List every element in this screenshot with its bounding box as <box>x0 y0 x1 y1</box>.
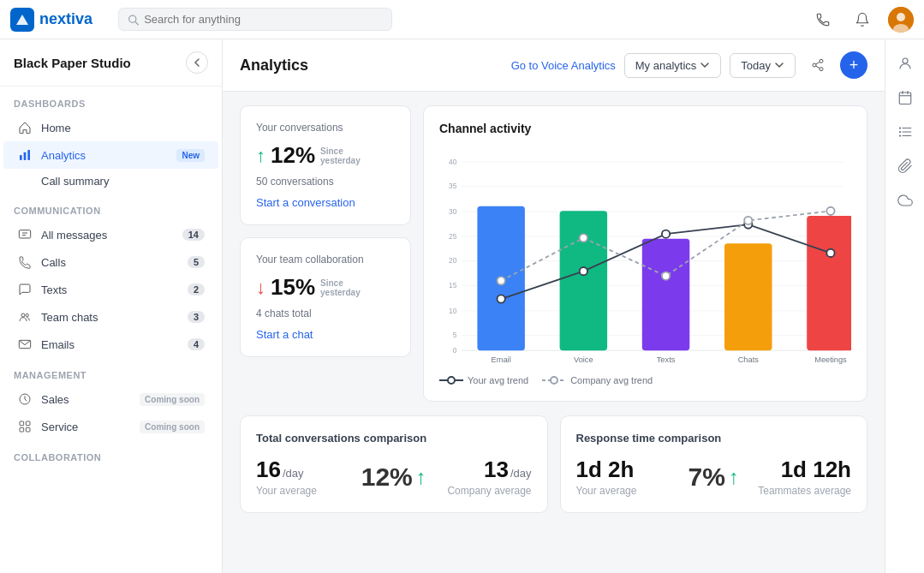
svg-text:40: 40 <box>449 158 457 166</box>
analytics-new-tag: New <box>176 149 205 162</box>
response-time-title: Response time comparison <box>576 432 852 445</box>
sidebar-item-emails[interactable]: Emails 4 <box>3 331 218 358</box>
sidebar-item-analytics-label: Analytics <box>41 149 164 162</box>
calendar-icon <box>897 90 913 105</box>
response-teammates-col: 1d 12h Teammates average <box>748 457 851 497</box>
your-trend-label: Your avg trend <box>468 375 528 385</box>
collaboration-arrow-down: ↓ <box>256 277 265 299</box>
svg-point-65 <box>551 377 557 384</box>
sidebar-item-analytics[interactable]: Analytics New <box>3 141 218 169</box>
service-icon <box>17 419 33 434</box>
phone-button[interactable] <box>809 6 837 33</box>
svg-point-75 <box>898 131 900 133</box>
svg-point-63 <box>448 377 455 384</box>
top-nav-right <box>809 6 914 33</box>
conversations-count: 50 conversations <box>256 176 395 188</box>
user-circle-icon <box>897 56 913 71</box>
sidebar-item-texts[interactable]: Texts 2 <box>3 276 218 303</box>
total-pct-arrow-up: ↑ <box>416 465 426 489</box>
share-button[interactable] <box>804 51 832 79</box>
add-button[interactable]: + <box>840 51 867 79</box>
rail-calendar-icon[interactable] <box>890 82 921 113</box>
svg-text:0: 0 <box>453 346 457 355</box>
collaboration-section-label: Collaboration <box>0 440 222 468</box>
chevron-left-icon <box>192 57 202 68</box>
sidebar-item-calls[interactable]: Calls 5 <box>3 248 218 276</box>
svg-text:Meetings: Meetings <box>814 355 847 364</box>
your-avg-value: 16 <box>256 457 281 483</box>
emails-badge: 4 <box>188 338 205 350</box>
dashboards-section: Dashboards Home Analytics New Call summa… <box>0 87 222 194</box>
svg-point-51 <box>826 249 834 257</box>
sidebar-item-home[interactable]: Home <box>3 114 218 141</box>
svg-text:Texts: Texts <box>657 355 676 364</box>
sidebar-item-call-summary[interactable]: Call summary <box>3 169 218 194</box>
svg-text:10: 10 <box>449 307 457 315</box>
rail-paperclip-icon[interactable] <box>890 151 921 182</box>
sidebar-item-call-summary-label: Call summary <box>41 175 205 188</box>
communication-section: Communication All messages 14 Calls 5 <box>0 194 222 358</box>
avatar[interactable] <box>888 7 914 33</box>
company-trend-label: Company avg trend <box>570 375 653 385</box>
svg-point-47 <box>498 295 505 302</box>
your-trend-legend-icon <box>439 375 463 385</box>
sidebar-item-service-label: Service <box>41 421 126 433</box>
sidebar-toggle-button[interactable] <box>186 51 208 74</box>
svg-text:5: 5 <box>453 331 457 339</box>
response-teammates-label: Teammates average <box>748 485 851 497</box>
rail-list-icon[interactable] <box>890 116 921 147</box>
texts-badge: 2 <box>188 284 205 295</box>
main-header: Analytics Go to Voice Analytics My analy… <box>223 39 885 92</box>
collaboration-count: 4 chats total <box>256 307 395 319</box>
app-body: Black Paper Studio Dashboards Home Analy… <box>0 39 924 573</box>
cloud-icon <box>897 193 913 208</box>
your-avg-col: 16 /day Your average <box>256 457 353 497</box>
svg-text:Email: Email <box>492 355 511 364</box>
chevron-down-icon <box>700 60 710 70</box>
start-chat-link[interactable]: Start a chat <box>256 328 313 341</box>
sidebar-item-service[interactable]: Service Coming soon <box>3 413 218 440</box>
rail-user-icon[interactable] <box>890 48 921 79</box>
search-bar[interactable] <box>118 8 392 31</box>
start-conversation-link[interactable]: Start a conversation <box>256 196 355 209</box>
response-pct-col: 7% ↑ <box>689 463 739 492</box>
my-analytics-button[interactable]: My analytics <box>624 53 722 78</box>
company-avg-value: 13 <box>484 457 509 483</box>
legend-your-trend: Your avg trend <box>439 375 528 385</box>
team-chats-icon <box>17 309 33 325</box>
sales-icon <box>17 391 33 407</box>
company-avg-value-row: 13 /day <box>435 457 532 483</box>
svg-point-12 <box>26 313 28 316</box>
svg-line-22 <box>816 66 820 69</box>
voice-analytics-button[interactable]: Go to Voice Analytics <box>511 59 616 72</box>
today-button[interactable]: Today <box>730 53 796 78</box>
svg-rect-8 <box>24 152 27 160</box>
bottom-cards-row: Total conversations comparison 16 /day Y… <box>223 415 885 527</box>
rail-cloud-icon[interactable] <box>890 185 921 216</box>
sidebar-item-all-messages[interactable]: All messages 14 <box>3 221 218 248</box>
svg-line-3 <box>135 21 138 24</box>
page-title: Analytics <box>240 57 503 75</box>
sidebar-item-team-chats[interactable]: Team chats 3 <box>3 303 218 331</box>
collaboration-card-title: Your team collaboration <box>256 254 395 266</box>
total-conversations-grid: 16 /day Your average 12% ↑ 13 <box>256 457 532 497</box>
total-conversations-card: Total conversations comparison 16 /day Y… <box>240 415 548 513</box>
chart-legend: Your avg trend Company avg trend <box>439 375 851 385</box>
collaboration-metric: ↓ 15% Sinceyesterday <box>256 274 395 301</box>
search-input[interactable] <box>144 13 383 26</box>
channel-chart-area: 40 35 30 25 20 15 10 5 0 <box>439 146 851 368</box>
svg-rect-18 <box>26 427 30 432</box>
management-section-label: Management <box>0 358 222 385</box>
svg-rect-67 <box>899 93 911 104</box>
share-icon <box>811 58 825 72</box>
sidebar-item-sales[interactable]: Sales Coming soon <box>3 385 218 413</box>
sidebar-item-calls-label: Calls <box>41 256 179 269</box>
notifications-button[interactable] <box>849 6 876 33</box>
collaboration-percent: 15% <box>271 274 315 301</box>
logo: nextiva <box>10 8 92 32</box>
channel-activity-card: Channel activity 40 35 30 25 20 15 10 5 … <box>423 105 867 402</box>
svg-rect-17 <box>20 427 24 432</box>
texts-icon <box>17 282 33 297</box>
phone-icon <box>815 12 831 27</box>
home-icon <box>17 120 33 135</box>
